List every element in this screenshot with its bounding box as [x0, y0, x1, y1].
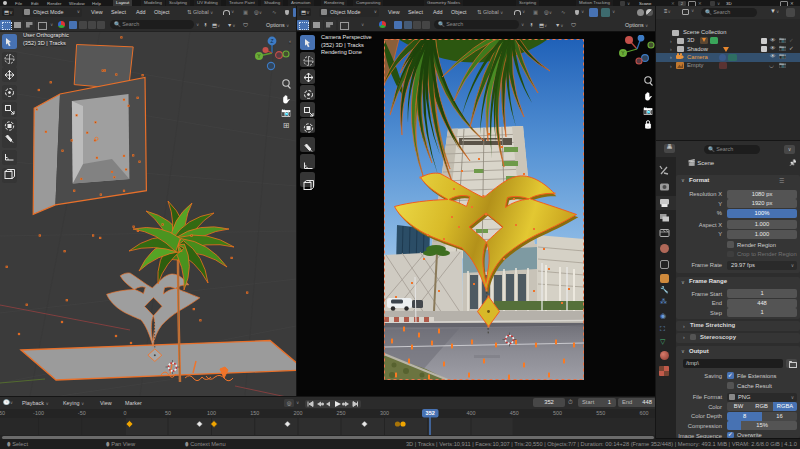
svg-text:-50: -50 [78, 410, 86, 416]
svg-text:100: 100 [207, 410, 216, 416]
svg-text:50: 50 [165, 410, 171, 416]
svg-text:✋: ✋ [643, 91, 653, 101]
svg-text:-100: -100 [33, 410, 44, 416]
svg-text:🔒: 🔒 [643, 119, 653, 129]
svg-text:📷: 📷 [281, 107, 291, 117]
svg-text:550: 550 [596, 410, 605, 416]
svg-text:📷: 📷 [643, 105, 653, 115]
svg-text:Z: Z [270, 38, 273, 44]
svg-text:400: 400 [467, 410, 476, 416]
svg-text:✋: ✋ [281, 94, 291, 104]
svg-text:200: 200 [294, 410, 303, 416]
svg-text:300: 300 [380, 410, 389, 416]
svg-text:150: 150 [250, 410, 259, 416]
svg-text:⊞: ⊞ [283, 121, 290, 130]
svg-text:250: 250 [337, 410, 346, 416]
svg-text:450: 450 [510, 410, 519, 416]
svg-text:600: 600 [640, 410, 649, 416]
svg-text:50: 50 [0, 410, 5, 416]
svg-text:352: 352 [426, 410, 435, 416]
svg-text:0: 0 [124, 410, 127, 416]
svg-text:500: 500 [553, 410, 562, 416]
